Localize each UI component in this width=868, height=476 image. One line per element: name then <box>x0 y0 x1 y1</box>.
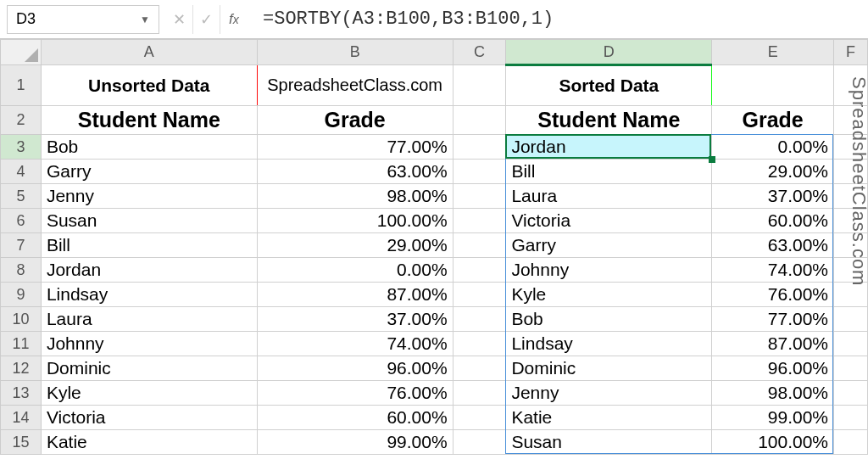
sorted-grade[interactable]: 98.00% <box>712 381 834 406</box>
unsorted-grade[interactable]: 37.00% <box>257 307 453 332</box>
sorted-grade[interactable]: 77.00% <box>712 307 834 332</box>
cell-C5[interactable] <box>453 184 506 209</box>
cell-C13[interactable] <box>453 381 506 406</box>
cell-F13[interactable] <box>834 381 868 406</box>
sorted-grade[interactable]: 60.00% <box>712 209 834 233</box>
chevron-down-icon[interactable]: ▼ <box>140 14 150 25</box>
fx-icon[interactable]: fx <box>220 5 248 34</box>
formula-input[interactable]: =SORTBY(A3:B100,B3:B100,1) <box>256 8 868 30</box>
unsorted-name[interactable]: Susan <box>41 209 257 233</box>
sorted-name[interactable]: Lindsay <box>506 332 712 356</box>
cell-F12[interactable] <box>834 356 868 381</box>
sorted-name[interactable]: Bob <box>506 307 712 332</box>
col-header-B[interactable]: B <box>257 40 453 65</box>
unsorted-name[interactable]: Bob <box>41 135 257 160</box>
col-header-A[interactable]: A <box>41 40 257 65</box>
unsorted-grade[interactable]: 96.00% <box>257 356 453 381</box>
unsorted-name[interactable]: Lindsay <box>41 283 257 307</box>
cell-C2[interactable] <box>453 106 506 135</box>
sorted-name[interactable]: Jordan <box>506 135 712 160</box>
sorted-grade[interactable]: 63.00% <box>712 233 834 258</box>
cell-C10[interactable] <box>453 307 506 332</box>
cell-F14[interactable] <box>834 406 868 430</box>
unsorted-grade[interactable]: 74.00% <box>257 332 453 356</box>
sorted-grade[interactable]: 76.00% <box>712 283 834 307</box>
sorted-name[interactable]: Johnny <box>506 258 712 283</box>
unsorted-name[interactable]: Jenny <box>41 184 257 209</box>
col-header-C[interactable]: C <box>453 40 506 65</box>
row-header-14[interactable]: 14 <box>1 406 42 430</box>
row-header-15[interactable]: 15 <box>1 430 42 455</box>
unsorted-grade[interactable]: 76.00% <box>257 381 453 406</box>
cell-C3[interactable] <box>453 135 506 160</box>
row-header-8[interactable]: 8 <box>1 258 42 283</box>
cell-C9[interactable] <box>453 283 506 307</box>
unsorted-grade[interactable]: 60.00% <box>257 406 453 430</box>
row-header-3[interactable]: 3 <box>1 135 42 160</box>
cell-E1[interactable] <box>712 65 834 106</box>
row-header-11[interactable]: 11 <box>1 332 42 356</box>
unsorted-name[interactable]: Kyle <box>41 381 257 406</box>
unsorted-grade[interactable]: 63.00% <box>257 160 453 184</box>
sorted-grade[interactable]: 37.00% <box>712 184 834 209</box>
col-header-E[interactable]: E <box>712 40 834 65</box>
header-student-name-unsorted[interactable]: Student Name <box>41 106 257 135</box>
sorted-grade[interactable]: 87.00% <box>712 332 834 356</box>
cell-C12[interactable] <box>453 356 506 381</box>
header-grade-unsorted[interactable]: Grade <box>257 106 453 135</box>
unsorted-grade[interactable]: 0.00% <box>257 258 453 283</box>
cell-C15[interactable] <box>453 430 506 455</box>
unsorted-name[interactable]: Victoria <box>41 406 257 430</box>
unsorted-grade[interactable]: 99.00% <box>257 430 453 455</box>
sorted-name[interactable]: Susan <box>506 430 712 455</box>
cell-C11[interactable] <box>453 332 506 356</box>
sorted-name[interactable]: Garry <box>506 233 712 258</box>
unsorted-grade[interactable]: 87.00% <box>257 283 453 307</box>
unsorted-name[interactable]: Dominic <box>41 356 257 381</box>
select-all-cell[interactable] <box>1 40 42 65</box>
sorted-name[interactable]: Victoria <box>506 209 712 233</box>
unsorted-grade[interactable]: 29.00% <box>257 233 453 258</box>
sorted-grade[interactable]: 100.00% <box>712 430 834 455</box>
unsorted-name[interactable]: Bill <box>41 233 257 258</box>
col-header-F[interactable]: F <box>834 40 868 65</box>
cell-C1[interactable] <box>453 65 506 106</box>
cell-C8[interactable] <box>453 258 506 283</box>
cancel-button[interactable]: ✕ <box>166 5 193 34</box>
unsorted-grade[interactable]: 100.00% <box>257 209 453 233</box>
row-header-7[interactable]: 7 <box>1 233 42 258</box>
header-student-name-sorted[interactable]: Student Name <box>506 106 712 135</box>
row-header-2[interactable]: 2 <box>1 106 42 135</box>
unsorted-name[interactable]: Laura <box>41 307 257 332</box>
sorted-grade[interactable]: 96.00% <box>712 356 834 381</box>
row-header-9[interactable]: 9 <box>1 283 42 307</box>
cell-F10[interactable] <box>834 307 868 332</box>
cell-F15[interactable] <box>834 430 868 455</box>
col-header-D[interactable]: D <box>506 40 712 65</box>
name-box[interactable]: D3 ▼ <box>7 5 159 34</box>
cell-F11[interactable] <box>834 332 868 356</box>
sorted-grade[interactable]: 0.00% <box>712 135 834 160</box>
sorted-name[interactable]: Laura <box>506 184 712 209</box>
sorted-grade[interactable]: 99.00% <box>712 406 834 430</box>
accept-button[interactable]: ✓ <box>193 5 220 34</box>
sorted-grade[interactable]: 29.00% <box>712 160 834 184</box>
sorted-name[interactable]: Katie <box>506 406 712 430</box>
row-header-1[interactable]: 1 <box>1 65 42 106</box>
sorted-title[interactable]: Sorted Data <box>506 65 712 106</box>
row-header-4[interactable]: 4 <box>1 160 42 184</box>
row-header-6[interactable]: 6 <box>1 209 42 233</box>
unsorted-grade[interactable]: 77.00% <box>257 135 453 160</box>
unsorted-name[interactable]: Jordan <box>41 258 257 283</box>
fill-handle[interactable] <box>709 156 715 163</box>
unsorted-name[interactable]: Johnny <box>41 332 257 356</box>
row-header-13[interactable]: 13 <box>1 381 42 406</box>
sorted-name[interactable]: Bill <box>506 160 712 184</box>
sorted-name[interactable]: Dominic <box>506 356 712 381</box>
sorted-grade[interactable]: 74.00% <box>712 258 834 283</box>
sorted-name[interactable]: Jenny <box>506 381 712 406</box>
cell-C14[interactable] <box>453 406 506 430</box>
row-header-10[interactable]: 10 <box>1 307 42 332</box>
unsorted-name[interactable]: Garry <box>41 160 257 184</box>
cell-C6[interactable] <box>453 209 506 233</box>
